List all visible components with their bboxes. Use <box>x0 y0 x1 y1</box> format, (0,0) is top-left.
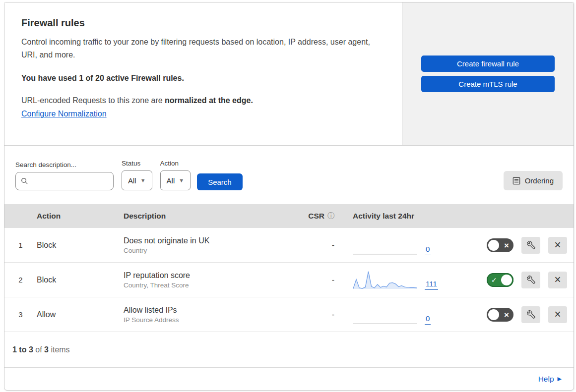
help-bar: Help ▶ <box>4 368 574 390</box>
toggle-knob <box>488 309 499 320</box>
activity-sparkline <box>353 270 417 290</box>
delete-rule-button[interactable]: × <box>548 237 567 254</box>
rule-csr-value: - <box>290 310 334 319</box>
column-action: Action <box>37 212 124 221</box>
actions-panel: Create firewall rule Create mTLS rule <box>402 2 574 145</box>
column-activity: Activity last 24hr <box>334 212 458 221</box>
rule-description-cell: IP reputation score Country, Threat Scor… <box>124 271 290 289</box>
create-firewall-rule-button[interactable]: Create firewall rule <box>421 56 555 72</box>
chevron-down-icon: ▼ <box>179 177 184 183</box>
table-row: 1 Block Does not originate in UK Country… <box>4 228 574 263</box>
status-dropdown[interactable]: All ▼ <box>122 170 152 190</box>
rule-description: IP reputation score <box>124 271 290 280</box>
check-icon: ✓ <box>491 277 497 283</box>
items-of: of <box>33 345 44 354</box>
intro-card: Firewall rules Control incoming traffic … <box>4 2 402 145</box>
normalization-text: URL-encoded Requests to this zone are <box>21 96 165 105</box>
rule-criteria: IP Source Address <box>124 316 290 324</box>
rule-priority: 2 <box>4 276 37 284</box>
rule-criteria: Country <box>124 247 290 254</box>
wrench-icon <box>527 276 535 284</box>
action-filter-group: Action All ▼ <box>160 160 191 190</box>
column-csr: CSR ⓘ <box>290 212 334 221</box>
rule-controls: ✓ × × <box>458 237 574 254</box>
rule-priority: 3 <box>4 310 37 319</box>
status-filter-group: Status All ▼ <box>122 160 152 190</box>
table-row: 2 Block IP reputation score Country, Thr… <box>4 263 574 297</box>
x-icon: × <box>554 274 561 285</box>
info-icon[interactable]: ⓘ <box>327 212 334 221</box>
pagination-summary: 1 to 3 of 3 items <box>4 332 574 368</box>
wrench-icon <box>527 241 535 249</box>
rule-enabled-toggle[interactable]: ✓ × <box>487 308 513 322</box>
rule-controls: ✓ × × <box>458 306 574 323</box>
edit-rule-button[interactable] <box>521 237 540 254</box>
ordering-button-label: Ordering <box>525 176 554 185</box>
filter-bar: Search description... Status All ▼ Actio… <box>4 146 574 204</box>
items-label: items <box>49 345 70 354</box>
activity-count-link[interactable]: 111 <box>425 280 438 290</box>
rule-activity-cell: 111 <box>334 270 458 290</box>
rule-action: Allow <box>37 310 124 319</box>
cross-icon: × <box>504 310 509 319</box>
firewall-rules-page: Firewall rules Control incoming traffic … <box>4 2 574 391</box>
rule-description-cell: Does not originate in UK Country <box>124 236 290 254</box>
toggle-knob <box>501 275 512 285</box>
items-range: 1 to 3 <box>12 345 33 354</box>
rule-description-cell: Allow listed IPs IP Source Address <box>124 306 290 324</box>
delete-rule-button[interactable]: × <box>548 306 567 323</box>
activity-sparkline <box>353 235 417 256</box>
rule-criteria: Country, Threat Score <box>124 281 290 289</box>
search-icon <box>21 177 28 185</box>
search-group: Search description... <box>15 161 114 190</box>
rule-activity-cell: 0 <box>334 304 458 325</box>
rule-activity-cell: 0 <box>334 235 458 256</box>
rule-csr-value: - <box>290 276 334 284</box>
help-link[interactable]: Help ▶ <box>538 375 562 384</box>
activity-sparkline <box>353 304 417 325</box>
rule-controls: ✓ × × <box>458 272 574 288</box>
search-button[interactable]: Search <box>197 173 243 190</box>
table-row: 3 Allow Allow listed IPs IP Source Addre… <box>4 297 574 332</box>
cross-icon: × <box>504 241 509 249</box>
status-label: Status <box>122 160 152 167</box>
rule-priority: 1 <box>4 241 37 249</box>
normalization-bold-text: normalized at the edge. <box>165 96 253 105</box>
help-link-label: Help <box>538 375 554 384</box>
normalization-note: URL-encoded Requests to this zone are no… <box>21 96 372 105</box>
items-total: 3 <box>44 345 49 354</box>
usage-note: You have used 1 of 20 active Firewall ru… <box>21 74 372 83</box>
action-label: Action <box>160 160 191 167</box>
chevron-down-icon: ▼ <box>140 177 146 183</box>
search-input-container[interactable] <box>15 172 114 190</box>
x-icon: × <box>554 239 561 251</box>
page-title: Firewall rules <box>21 17 372 29</box>
table-header: Action Description CSR ⓘ Activity last 2… <box>4 204 574 228</box>
ordering-button[interactable]: Ordering <box>504 171 563 190</box>
edit-rule-button[interactable] <box>521 306 540 323</box>
rule-description: Does not originate in UK <box>124 236 290 245</box>
ordering-list-icon <box>512 177 520 185</box>
arrow-right-icon: ▶ <box>558 376 562 382</box>
toggle-knob <box>488 240 499 251</box>
search-label: Search description... <box>15 161 114 168</box>
edit-rule-button[interactable] <box>521 272 540 288</box>
rule-csr-value: - <box>290 241 334 250</box>
action-dropdown[interactable]: All ▼ <box>160 170 191 190</box>
search-input[interactable] <box>31 177 108 185</box>
delete-rule-button[interactable]: × <box>548 272 567 288</box>
rule-action: Block <box>37 241 124 250</box>
status-dropdown-value: All <box>128 176 136 185</box>
activity-count-link[interactable]: 0 <box>425 245 431 255</box>
rule-enabled-toggle[interactable]: ✓ × <box>487 273 513 287</box>
create-mtls-rule-button[interactable]: Create mTLS rule <box>421 76 555 92</box>
wrench-icon <box>527 310 535 319</box>
column-csr-label: CSR <box>308 212 324 221</box>
x-icon: × <box>554 309 561 320</box>
configure-normalization-link[interactable]: Configure Normalization <box>21 110 107 118</box>
action-dropdown-value: All <box>167 176 175 185</box>
header-section: Firewall rules Control incoming traffic … <box>4 2 574 146</box>
rule-action: Block <box>37 276 124 284</box>
activity-count-link[interactable]: 0 <box>425 314 431 325</box>
rule-enabled-toggle[interactable]: ✓ × <box>487 238 513 252</box>
